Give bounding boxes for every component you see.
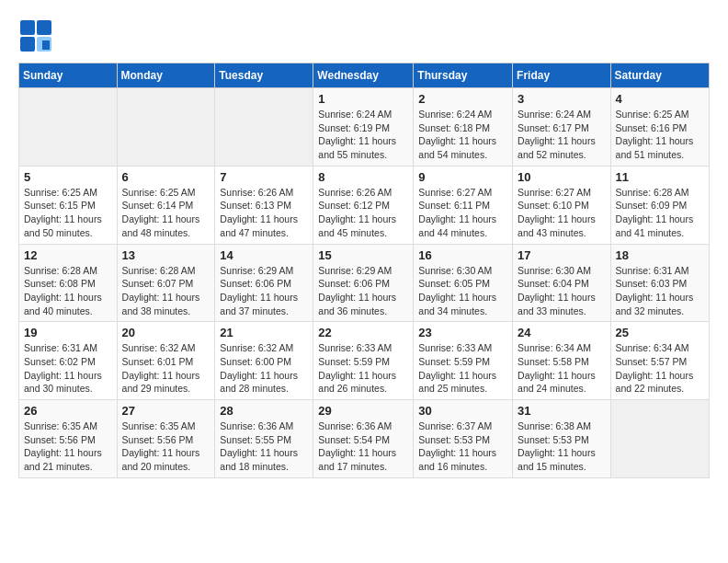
day-info: Sunrise: 6:24 AMSunset: 6:19 PMDaylight:…	[318, 108, 408, 162]
page-header	[18, 18, 710, 53]
day-number: 4	[616, 92, 704, 106]
calendar-day-header: Sunday	[19, 63, 118, 88]
calendar-cell: 3Sunrise: 6:24 AMSunset: 6:17 PMDaylight…	[513, 88, 611, 167]
day-number: 15	[318, 248, 408, 262]
calendar-cell: 20Sunrise: 6:32 AMSunset: 6:01 PMDayligh…	[117, 322, 215, 400]
day-info: Sunrise: 6:27 AMSunset: 6:10 PMDaylight:…	[518, 186, 606, 240]
day-info: Sunrise: 6:26 AMSunset: 6:12 PMDaylight:…	[318, 186, 408, 240]
calendar-cell: 27Sunrise: 6:35 AMSunset: 5:56 PMDayligh…	[117, 400, 215, 478]
calendar-cell: 25Sunrise: 6:34 AMSunset: 5:57 PMDayligh…	[610, 322, 709, 400]
svg-marker-4	[42, 40, 50, 50]
day-number: 25	[616, 326, 704, 339]
day-info: Sunrise: 6:25 AMSunset: 6:14 PMDaylight:…	[122, 186, 210, 240]
day-info: Sunrise: 6:28 AMSunset: 6:07 PMDaylight:…	[122, 264, 210, 318]
calendar-cell: 16Sunrise: 6:30 AMSunset: 6:05 PMDayligh…	[414, 244, 513, 322]
day-info: Sunrise: 6:34 AMSunset: 5:58 PMDaylight:…	[518, 341, 606, 396]
day-number: 7	[220, 170, 308, 184]
calendar-cell: 19Sunrise: 6:31 AMSunset: 6:02 PMDayligh…	[19, 322, 118, 400]
calendar-day-header: Thursday	[414, 63, 513, 88]
day-number: 27	[122, 404, 210, 418]
calendar-cell	[117, 88, 215, 167]
day-info: Sunrise: 6:25 AMSunset: 6:15 PMDaylight:…	[24, 186, 112, 240]
day-info: Sunrise: 6:37 AMSunset: 5:53 PMDaylight:…	[418, 419, 507, 474]
day-info: Sunrise: 6:38 AMSunset: 5:53 PMDaylight:…	[518, 419, 606, 474]
day-info: Sunrise: 6:36 AMSunset: 5:55 PMDaylight:…	[220, 419, 308, 474]
calendar-cell: 5Sunrise: 6:25 AMSunset: 6:15 PMDaylight…	[19, 166, 118, 244]
calendar-cell: 14Sunrise: 6:29 AMSunset: 6:06 PMDayligh…	[215, 244, 313, 322]
day-number: 10	[518, 170, 606, 184]
day-info: Sunrise: 6:24 AMSunset: 6:17 PMDaylight:…	[518, 108, 606, 162]
day-number: 23	[418, 326, 507, 339]
calendar-cell: 8Sunrise: 6:26 AMSunset: 6:12 PMDaylight…	[313, 166, 414, 244]
calendar-cell: 21Sunrise: 6:32 AMSunset: 6:00 PMDayligh…	[215, 322, 313, 400]
calendar-day-header: Wednesday	[313, 63, 414, 88]
calendar-cell: 10Sunrise: 6:27 AMSunset: 6:10 PMDayligh…	[513, 166, 611, 244]
day-number: 24	[518, 326, 606, 339]
day-number: 9	[418, 170, 507, 184]
calendar-cell: 28Sunrise: 6:36 AMSunset: 5:55 PMDayligh…	[215, 400, 313, 478]
calendar-cell: 11Sunrise: 6:28 AMSunset: 6:09 PMDayligh…	[610, 166, 709, 244]
day-info: Sunrise: 6:28 AMSunset: 6:09 PMDaylight:…	[616, 186, 704, 240]
day-info: Sunrise: 6:25 AMSunset: 6:16 PMDaylight:…	[616, 108, 704, 162]
calendar-week-row: 26Sunrise: 6:35 AMSunset: 5:56 PMDayligh…	[19, 400, 710, 478]
day-number: 26	[24, 404, 112, 418]
logo	[18, 18, 57, 53]
day-info: Sunrise: 6:30 AMSunset: 6:05 PMDaylight:…	[418, 264, 507, 318]
day-info: Sunrise: 6:35 AMSunset: 5:56 PMDaylight:…	[122, 419, 210, 474]
day-info: Sunrise: 6:28 AMSunset: 6:08 PMDaylight:…	[24, 264, 112, 318]
day-info: Sunrise: 6:31 AMSunset: 6:02 PMDaylight:…	[24, 341, 112, 396]
calendar-cell: 1Sunrise: 6:24 AMSunset: 6:19 PMDaylight…	[313, 88, 414, 167]
day-number: 22	[318, 326, 408, 339]
day-number: 29	[318, 404, 408, 418]
calendar-cell	[215, 88, 313, 167]
calendar-cell: 6Sunrise: 6:25 AMSunset: 6:14 PMDaylight…	[117, 166, 215, 244]
day-number: 3	[518, 92, 606, 106]
day-number: 5	[24, 170, 112, 184]
day-info: Sunrise: 6:27 AMSunset: 6:11 PMDaylight:…	[418, 186, 507, 240]
calendar-cell: 24Sunrise: 6:34 AMSunset: 5:58 PMDayligh…	[513, 322, 611, 400]
calendar-day-header: Monday	[117, 63, 215, 88]
calendar-day-header: Friday	[513, 63, 611, 88]
calendar-cell: 15Sunrise: 6:29 AMSunset: 6:06 PMDayligh…	[313, 244, 414, 322]
day-number: 31	[518, 404, 606, 418]
svg-rect-1	[37, 20, 51, 35]
day-info: Sunrise: 6:26 AMSunset: 6:13 PMDaylight:…	[220, 186, 308, 240]
day-info: Sunrise: 6:29 AMSunset: 6:06 PMDaylight:…	[220, 264, 308, 318]
calendar-table: SundayMondayTuesdayWednesdayThursdayFrid…	[18, 63, 710, 478]
day-number: 20	[122, 326, 210, 339]
day-info: Sunrise: 6:30 AMSunset: 6:04 PMDaylight:…	[518, 264, 606, 318]
day-info: Sunrise: 6:33 AMSunset: 5:59 PMDaylight:…	[418, 341, 507, 396]
calendar-day-header: Saturday	[610, 63, 709, 88]
calendar-cell: 9Sunrise: 6:27 AMSunset: 6:11 PMDaylight…	[414, 166, 513, 244]
day-number: 28	[220, 404, 308, 418]
day-info: Sunrise: 6:32 AMSunset: 6:01 PMDaylight:…	[122, 341, 210, 396]
calendar-cell: 26Sunrise: 6:35 AMSunset: 5:56 PMDayligh…	[19, 400, 118, 478]
day-info: Sunrise: 6:31 AMSunset: 6:03 PMDaylight:…	[616, 264, 704, 318]
calendar-week-row: 5Sunrise: 6:25 AMSunset: 6:15 PMDaylight…	[19, 166, 710, 244]
day-info: Sunrise: 6:35 AMSunset: 5:56 PMDaylight:…	[24, 419, 112, 474]
calendar-day-header: Tuesday	[215, 63, 313, 88]
calendar-cell: 12Sunrise: 6:28 AMSunset: 6:08 PMDayligh…	[19, 244, 118, 322]
calendar-cell	[19, 88, 118, 167]
day-number: 21	[220, 326, 308, 339]
calendar-header-row: SundayMondayTuesdayWednesdayThursdayFrid…	[19, 63, 710, 88]
calendar-week-row: 19Sunrise: 6:31 AMSunset: 6:02 PMDayligh…	[19, 322, 710, 400]
calendar-cell: 4Sunrise: 6:25 AMSunset: 6:16 PMDaylight…	[610, 88, 709, 167]
calendar-cell: 29Sunrise: 6:36 AMSunset: 5:54 PMDayligh…	[313, 400, 414, 478]
day-number: 12	[24, 248, 112, 262]
calendar-week-row: 12Sunrise: 6:28 AMSunset: 6:08 PMDayligh…	[19, 244, 710, 322]
day-number: 14	[220, 248, 308, 262]
day-number: 2	[418, 92, 507, 106]
day-info: Sunrise: 6:24 AMSunset: 6:18 PMDaylight:…	[418, 108, 507, 162]
calendar-cell: 13Sunrise: 6:28 AMSunset: 6:07 PMDayligh…	[117, 244, 215, 322]
day-number: 17	[518, 248, 606, 262]
day-info: Sunrise: 6:32 AMSunset: 6:00 PMDaylight:…	[220, 341, 308, 396]
day-number: 19	[24, 326, 112, 339]
calendar-cell: 31Sunrise: 6:38 AMSunset: 5:53 PMDayligh…	[513, 400, 611, 478]
day-info: Sunrise: 6:36 AMSunset: 5:54 PMDaylight:…	[318, 419, 408, 474]
calendar-cell: 7Sunrise: 6:26 AMSunset: 6:13 PMDaylight…	[215, 166, 313, 244]
calendar-cell: 23Sunrise: 6:33 AMSunset: 5:59 PMDayligh…	[414, 322, 513, 400]
calendar-cell: 30Sunrise: 6:37 AMSunset: 5:53 PMDayligh…	[414, 400, 513, 478]
day-number: 6	[122, 170, 210, 184]
day-info: Sunrise: 6:34 AMSunset: 5:57 PMDaylight:…	[616, 341, 704, 396]
